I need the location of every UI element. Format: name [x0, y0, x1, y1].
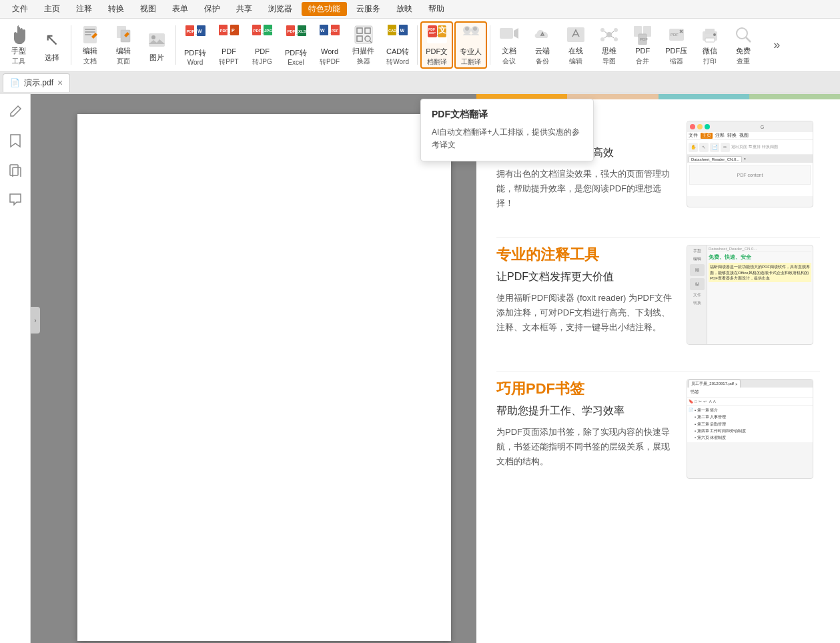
sidebar-pen-btn[interactable] [3, 99, 27, 123]
menu-view[interactable]: 视图 [133, 2, 163, 16]
pdf-page [77, 114, 451, 641]
pdf-to-word-btn[interactable]: PDF→W PDF转 Word [179, 21, 212, 69]
tooltip-title: PDF文档翻译 [432, 109, 582, 121]
sidebar-comment-btn[interactable] [3, 187, 27, 211]
cad-to-word-label2: 转Word [386, 57, 409, 67]
picture-label: 图片 [149, 53, 164, 62]
expert-translate-btn[interactable]: 专业人 工翻译 [454, 21, 487, 69]
section3-title: 巧用PDF书签 [496, 379, 673, 399]
svg-marker-57 [514, 28, 518, 39]
expert-translate-label2: 工翻译 [461, 57, 481, 67]
pdf-compress-icon: PDF [666, 24, 687, 45]
word-to-pdf-btn[interactable]: W→PDF Word 转PDF [314, 21, 346, 69]
pdf-to-jpg-label2: 转JPG [252, 57, 272, 67]
free-check-btn[interactable]: 免费 查重 [727, 21, 759, 69]
svg-text:PDF: PDF [220, 29, 228, 33]
picture-btn[interactable]: 图片 [141, 21, 173, 69]
doc-meeting-btn[interactable]: 文档 会议 [493, 21, 525, 69]
expert-translate-icon [460, 23, 482, 46]
collapse-sidebar-btn[interactable]: › [31, 307, 40, 334]
menu-help[interactable]: 帮助 [422, 2, 451, 16]
pdf-to-jpg-btn[interactable]: PDF→JPG PDF 转JPG [246, 21, 278, 69]
menu-browser[interactable]: 浏览器 [262, 2, 299, 16]
more-tools-btn[interactable]: » [761, 21, 793, 69]
svg-text:CAD: CAD [388, 29, 396, 33]
menu-share[interactable]: 共享 [230, 2, 259, 16]
pdf-translate-btn[interactable]: PDF → 文 PDF文 档翻译 [420, 21, 453, 69]
mindmap-btn[interactable]: 思维 导图 [593, 21, 625, 69]
section2-desc: 使用福昕PDF阅读器 (foxit reader) 为PDF文件添加注释，可对P… [496, 291, 673, 335]
pdf-compress-btn[interactable]: PDF PDF压 缩器 [660, 21, 693, 69]
menu-presentation[interactable]: 放映 [390, 2, 419, 16]
menu-form[interactable]: 表单 [165, 2, 195, 16]
svg-text:P: P [232, 28, 235, 33]
menu-annotation[interactable]: 注释 [69, 2, 99, 16]
pdf-merge-icon: PDF [632, 24, 653, 45]
svg-point-80 [737, 28, 747, 39]
cloud-backup-btn[interactable]: 云端 备份 [526, 21, 558, 69]
pdf-merge-btn[interactable]: PDF PDF 合并 [626, 21, 659, 69]
svg-point-78 [713, 33, 716, 36]
tooltip-desc: AI自动文档翻译+人工排版，提供实惠的参考译文 [432, 126, 582, 151]
pdf-to-ppt-btn[interactable]: PDF→P PDF 转PPT [213, 21, 245, 69]
sep3 [417, 25, 418, 65]
online-edit-btn[interactable]: 在线 编辑 [560, 21, 592, 69]
svg-text:文: 文 [438, 25, 446, 35]
toolbar: 手型 工具 ↖ 选择 编辑 文档 编辑 页面 图片 PDF→W PDF转 Wor… [0, 19, 840, 72]
edit-doc-label: 编辑 [83, 47, 97, 55]
scan-replace-label: 扫描件 [352, 47, 374, 55]
tab-close-btn[interactable]: × [57, 78, 63, 87]
menu-cloud[interactable]: 云服务 [350, 2, 387, 16]
pdf-to-excel-btn[interactable]: PDF→XLS PDF转 Excel [280, 21, 312, 69]
pdf-tab-name: 演示.pdf [24, 77, 53, 89]
section1-desc: 拥有出色的文档渲染效果，强大的页面管理功能，帮助提升效率，是您阅读PDF的理想选… [496, 167, 673, 211]
mindmap-icon [598, 24, 620, 45]
sep2 [175, 25, 176, 65]
svg-text:PDF: PDF [332, 29, 338, 33]
svg-rect-48 [429, 33, 434, 34]
pdf-tab-icon: 📄 [10, 78, 20, 87]
edit-page-btn[interactable]: 编辑 页面 [107, 21, 139, 69]
hand-tool-label2: 工具 [12, 57, 25, 66]
select-label: 选择 [45, 53, 59, 62]
wechat-print-label: 微信 [703, 47, 717, 55]
pdf-compress-label2: 缩器 [670, 57, 683, 66]
svg-rect-79 [705, 38, 715, 42]
section3-image: 员工手册_20120917.pdf× 书签 🔖□✂↩AA 📄 [687, 379, 820, 479]
menu-file[interactable]: 文件 [5, 2, 35, 16]
free-check-label: 免费 [736, 47, 751, 55]
select-tool-btn[interactable]: ↖ 选择 [36, 21, 68, 69]
hand-tool-label: 手型 [11, 47, 26, 55]
section-bookmark-text: 巧用PDF书签 帮助您提升工作、学习效率 为PDF页面添加书签，除了实现内容的快… [496, 379, 673, 479]
expert-translate-label: 专业人 [460, 47, 482, 56]
sidebar-bookmark-btn[interactable] [3, 129, 27, 153]
cloud-backup-label2: 备份 [536, 57, 549, 66]
sidebar-pages-btn[interactable] [3, 158, 27, 182]
scan-replace-btn[interactable]: 扫描件 换器 [347, 21, 380, 69]
mindmap-label2: 导图 [602, 57, 616, 66]
scan-replace-icon [353, 24, 374, 45]
menu-convert[interactable]: 转换 [101, 2, 131, 16]
pdf-tab[interactable]: 📄 演示.pdf × [3, 73, 70, 92]
menu-protect[interactable]: 保护 [197, 2, 227, 16]
mindmap-label: 思维 [602, 47, 616, 55]
sep1 [71, 25, 71, 65]
wechat-print-btn[interactable]: 微信 打印 [694, 21, 726, 69]
menu-features[interactable]: 特色功能 [302, 2, 347, 16]
mini-screenshot-1: G 文件 主页 注释 转换 视图 ✋ ↖ 📄 ✏ [687, 121, 813, 207]
hand-tool-btn[interactable]: 手型 工具 [3, 21, 35, 69]
section3-subtitle: 帮助您提升工作、学习效率 [496, 404, 673, 418]
word-to-pdf-icon: W→PDF [319, 23, 340, 46]
svg-text:W: W [320, 28, 325, 33]
section-bookmark: 巧用PDF书签 帮助您提升工作、学习效率 为PDF页面添加书签，除了实现内容的快… [496, 379, 820, 479]
svg-line-67 [604, 36, 607, 38]
svg-point-53 [465, 27, 469, 31]
cloud-backup-icon [532, 24, 553, 45]
pdf-translate-label2: 档翻译 [427, 57, 447, 67]
wechat-print-label2: 打印 [703, 57, 717, 66]
pdf-merge-label: PDF [635, 47, 650, 55]
cad-to-word-btn[interactable]: CAD→W CAD转 转Word [381, 21, 414, 69]
menu-home[interactable]: 主页 [37, 2, 67, 16]
edit-doc-btn[interactable]: 编辑 文档 [74, 21, 106, 69]
pdf-to-excel-label: PDF转 [285, 49, 307, 57]
